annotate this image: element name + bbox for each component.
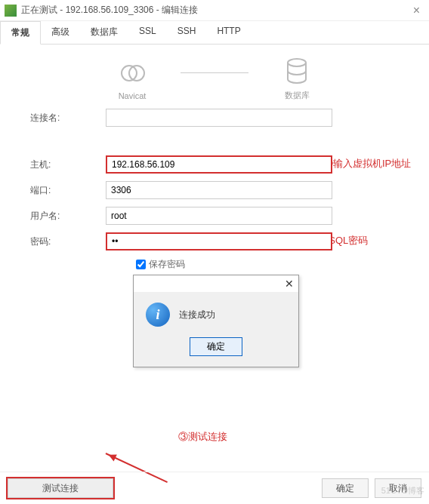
label-host: 主机: [30,158,106,171]
label-pass: 密码: [30,235,106,248]
diagram-left-label: Navicat [119,91,147,100]
app-icon [5,5,17,17]
diagram-line [181,72,248,73]
port-input[interactable] [106,181,332,199]
test-connection-button[interactable]: 测试连接 [8,478,113,498]
navicat-icon [119,60,146,87]
ok-button[interactable]: 确定 [322,478,369,498]
dialog-message: 连接成功 [179,309,215,321]
diagram-right-label: 数据库 [285,90,310,101]
dialog-close-icon[interactable]: ✕ [285,278,294,290]
info-icon: i [146,303,170,327]
connname-input[interactable] [106,109,332,127]
tab-general[interactable]: 常规 [0,21,41,45]
result-dialog: ✕ i 连接成功 确定 [133,275,299,367]
tab-ssl[interactable]: SSL [128,21,167,44]
close-icon[interactable]: × [409,4,424,17]
annotation-1: ①输入虚拟机IP地址 [323,157,411,171]
savepass-checkbox[interactable] [136,260,146,269]
annotation-3: ③测试连接 [178,430,227,444]
tab-database[interactable]: 数据库 [80,21,128,44]
savepass-label: 保存密码 [149,258,185,271]
dialog-ok-button[interactable]: 确定 [190,337,242,356]
user-input[interactable] [106,207,332,225]
connection-diagram: Navicat 数据库 [0,58,429,101]
watermark: 51CTO博客 [381,485,424,496]
tab-http[interactable]: HTTP [206,21,251,44]
label-port: 端口: [30,184,106,197]
tab-bar: 常规 高级 数据库 SSL SSH HTTP [0,21,429,45]
pass-input[interactable] [106,232,332,250]
label-connname: 连接名: [30,112,106,124]
database-icon [283,58,310,85]
tab-advanced[interactable]: 高级 [41,21,80,44]
svg-point-2 [288,59,306,66]
label-user: 用户名: [30,210,106,223]
window-title: 正在测试 - 192.168.56.109_3306 - 编辑连接 [21,4,198,17]
tab-ssh[interactable]: SSH [167,21,207,44]
host-input[interactable] [106,155,332,174]
